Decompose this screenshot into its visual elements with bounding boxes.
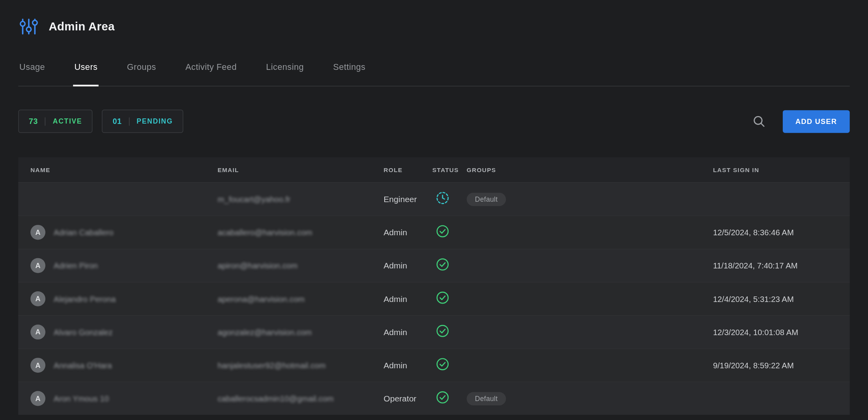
- user-name: Adrien Piron: [54, 261, 98, 270]
- avatar: A: [30, 291, 45, 306]
- equalizer-logo-icon: [18, 17, 39, 37]
- active-status-icon: [436, 390, 449, 407]
- table-header-row: NAME EMAIL ROLE STATUS GROUPS LAST SIGN …: [18, 157, 849, 182]
- pending-label: PENDING: [137, 117, 173, 125]
- column-header-name: NAME: [18, 167, 217, 173]
- tab-bar: Usage Users Groups Activity Feed Licensi…: [18, 60, 849, 86]
- group-badge: Default: [467, 392, 506, 405]
- user-name: Alejandro Perona: [54, 294, 116, 303]
- active-status-icon: [436, 357, 449, 373]
- table-row[interactable]: A Annalisa O'Hara hanjalestuser92@hotmai…: [18, 349, 849, 382]
- last-sign-in: 12/4/2024, 5:31:23 AM: [713, 294, 794, 303]
- user-email: agonzalez@harvision.com: [217, 328, 312, 336]
- active-status-icon: [436, 324, 449, 340]
- user-email: m_foucart@yahoo.fr: [217, 195, 290, 203]
- tab-activity-feed[interactable]: Activity Feed: [184, 60, 238, 86]
- column-header-last-sign-in: LAST SIGN IN: [713, 167, 836, 173]
- column-header-status: STATUS: [432, 167, 467, 173]
- user-name: Annalisa O'Hara: [54, 361, 112, 369]
- pending-count: 01: [112, 117, 122, 126]
- group-badge: Default: [467, 193, 506, 206]
- admin-area-page: Admin Area Usage Users Groups Activity F…: [0, 0, 868, 420]
- avatar: A: [30, 258, 45, 273]
- active-users-filter[interactable]: 73 ACTIVE: [18, 110, 93, 133]
- user-role: Admin: [383, 227, 407, 237]
- tab-settings[interactable]: Settings: [332, 60, 367, 86]
- active-status-icon: [436, 224, 449, 240]
- active-status-icon: [436, 257, 449, 274]
- table-row[interactable]: A Adrian Caballero acaballero@harvision.…: [18, 216, 849, 249]
- user-name: Alvaro Gonzalez: [54, 328, 112, 336]
- app-header: Admin Area: [18, 0, 849, 37]
- user-email: apiron@harvision.com: [217, 261, 297, 270]
- tab-usage[interactable]: Usage: [18, 60, 46, 86]
- pending-status-icon: [436, 191, 449, 207]
- user-email: acaballero@harvision.com: [217, 228, 312, 236]
- last-sign-in: 11/18/2024, 7:40:17 AM: [713, 261, 798, 270]
- add-user-button[interactable]: ADD USER: [783, 110, 850, 133]
- avatar: A: [30, 225, 45, 240]
- active-count: 73: [29, 117, 38, 126]
- active-status-icon: [436, 291, 449, 307]
- pending-users-filter[interactable]: 01 PENDING: [102, 110, 183, 133]
- avatar: A: [30, 391, 45, 406]
- user-counters: 73 ACTIVE 01 PENDING: [18, 110, 183, 133]
- tab-licensing[interactable]: Licensing: [265, 60, 305, 86]
- users-table: NAME EMAIL ROLE STATUS GROUPS LAST SIGN …: [18, 157, 849, 414]
- table-row[interactable]: A Alvaro Gonzalez agonzalez@harvision.co…: [18, 315, 849, 348]
- user-role: Admin: [383, 261, 407, 270]
- counter-divider: [45, 117, 45, 126]
- toolbar: 73 ACTIVE 01 PENDING ADD USER: [18, 110, 849, 133]
- active-label: ACTIVE: [53, 117, 82, 125]
- page-title: Admin Area: [49, 20, 114, 34]
- user-role: Admin: [383, 294, 407, 303]
- table-row[interactable]: A Adrien Piron apiron@harvision.com Admi…: [18, 249, 849, 282]
- column-header-groups: GROUPS: [467, 167, 713, 173]
- table-row[interactable]: A Alejandro Perona aperona@harvision.com…: [18, 282, 849, 315]
- counter-divider: [129, 117, 129, 126]
- user-role: Admin: [383, 327, 407, 337]
- user-name: Adrian Caballero: [54, 228, 114, 236]
- toolbar-right: ADD USER: [752, 110, 849, 133]
- user-role: Admin: [383, 360, 407, 370]
- last-sign-in: 12/5/2024, 8:36:46 AM: [713, 228, 794, 236]
- avatar: A: [30, 358, 45, 373]
- user-name: Aron Ymous 10: [54, 394, 109, 403]
- last-sign-in: 12/3/2024, 10:01:08 AM: [713, 328, 798, 336]
- user-email: aperona@harvision.com: [217, 294, 305, 303]
- user-email: hanjalestuser92@hotmail.com: [217, 361, 326, 369]
- column-header-email: EMAIL: [217, 167, 383, 173]
- column-header-role: ROLE: [383, 167, 432, 173]
- tab-groups[interactable]: Groups: [126, 60, 157, 86]
- table-row[interactable]: m_foucart@yahoo.fr Engineer Default: [18, 182, 849, 216]
- table-row[interactable]: A Aron Ymous 10 caballerocsadmin10@gmail…: [18, 382, 849, 415]
- last-sign-in: 9/19/2024, 8:59:22 AM: [713, 361, 794, 369]
- user-email: caballerocsadmin10@gmail.com: [217, 394, 333, 403]
- tab-users[interactable]: Users: [73, 60, 99, 86]
- avatar: A: [30, 324, 45, 339]
- user-role: Engineer: [383, 194, 417, 204]
- search-icon[interactable]: [752, 114, 766, 128]
- user-role: Operator: [383, 394, 416, 403]
